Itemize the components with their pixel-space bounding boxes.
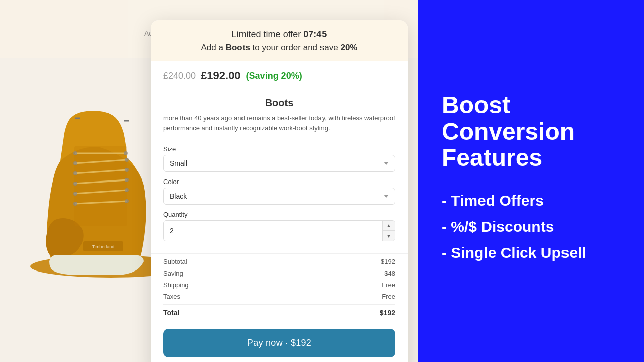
quantity-field-group: Quantity ▲ ▼: [163, 211, 395, 241]
shipping-row: Shipping Free: [163, 279, 395, 291]
svg-point-9: [73, 161, 77, 165]
feature-single-click: - Single Click Upsell: [442, 244, 620, 262]
product-title: Boots: [163, 95, 395, 110]
subtotal-row: Subtotal $192: [163, 256, 395, 267]
taxes-label: Taxes: [163, 293, 180, 300]
total-value: $192: [380, 309, 395, 317]
feature-discounts: - %/$ Discounts: [442, 218, 620, 236]
svg-point-16: [125, 168, 129, 172]
right-panel: Boost Conversion Features - Timed Offers…: [418, 0, 644, 362]
svg-point-14: [124, 151, 128, 155]
color-select[interactable]: Black Brown Tan: [163, 188, 395, 205]
svg-point-11: [73, 182, 77, 186]
quantity-input-wrap: ▲ ▼: [163, 220, 395, 241]
pay-button-section: Pay now · $192 Decline this offer: [151, 323, 408, 362]
decline-link[interactable]: Decline this offer: [163, 357, 395, 362]
taxes-value: Free: [382, 293, 395, 300]
saving-value: $48: [384, 269, 395, 277]
right-content: Boost Conversion Features - Timed Offers…: [442, 92, 620, 270]
quantity-down-button[interactable]: ▼: [383, 231, 395, 241]
quantity-up-button[interactable]: ▲: [383, 221, 395, 231]
svg-text:Timberland: Timberland: [92, 244, 115, 249]
pay-now-button[interactable]: Pay now · $192: [163, 329, 395, 357]
size-field-group: Size Small Medium Large: [163, 145, 395, 172]
feature-timed-offers: - Timed Offers: [442, 192, 620, 210]
price-new: £192.00: [201, 69, 241, 82]
color-label: Color: [163, 178, 395, 186]
form-section: Size Small Medium Large Color Black Brow…: [151, 139, 408, 253]
size-select[interactable]: Small Medium Large: [163, 155, 395, 172]
offer-title: Limited time offer 07:45: [163, 29, 395, 40]
right-title: Boost Conversion Features: [442, 92, 620, 171]
svg-point-10: [73, 171, 77, 175]
offer-banner: Limited time offer 07:45 Add a Boots to …: [151, 20, 408, 61]
summary-section: Subtotal $192 Saving $48 Shipping Free T…: [151, 253, 408, 323]
svg-point-15: [125, 158, 129, 162]
modal-card: Limited time offer 07:45 Add a Boots to …: [151, 20, 408, 362]
price-saving: (Saving 20%): [246, 71, 302, 81]
subtotal-value: $192: [381, 258, 395, 265]
total-label: Total: [163, 309, 179, 317]
quantity-input[interactable]: [164, 221, 382, 241]
quantity-label: Quantity: [163, 211, 395, 218]
price-section: £240.00 £192.00 (Saving 20%): [151, 61, 408, 91]
subtotal-label: Subtotal: [163, 258, 187, 265]
quantity-stepper: ▲ ▼: [382, 221, 395, 241]
taxes-row: Taxes Free: [163, 291, 395, 302]
svg-point-8: [73, 151, 77, 155]
left-panel: Limited time offer 07:45 Add a Boots to …: [0, 0, 418, 362]
svg-point-18: [125, 188, 129, 192]
shipping-value: Free: [382, 281, 395, 289]
price-original: £240.00: [163, 71, 196, 81]
svg-point-12: [73, 192, 77, 196]
description-text: more than 40 years ago and remains a bes…: [163, 113, 395, 133]
offer-subtitle: Add a Boots to your order and save 20%: [163, 43, 395, 53]
color-field-group: Color Black Brown Tan: [163, 178, 395, 205]
total-row: Total $192: [163, 304, 395, 319]
shipping-label: Shipping: [163, 281, 189, 289]
size-label: Size: [163, 145, 395, 153]
svg-point-17: [125, 178, 129, 182]
svg-point-19: [125, 199, 129, 203]
features-list: - Timed Offers - %/$ Discounts - Single …: [442, 192, 620, 262]
saving-label: Saving: [163, 269, 183, 277]
product-description: Boots more than 40 years ago and remains…: [151, 91, 408, 139]
svg-point-13: [73, 202, 77, 206]
saving-row: Saving $48: [163, 267, 395, 279]
svg-rect-1: [74, 146, 127, 226]
price-display: £240.00 £192.00 (Saving 20%): [163, 69, 395, 82]
